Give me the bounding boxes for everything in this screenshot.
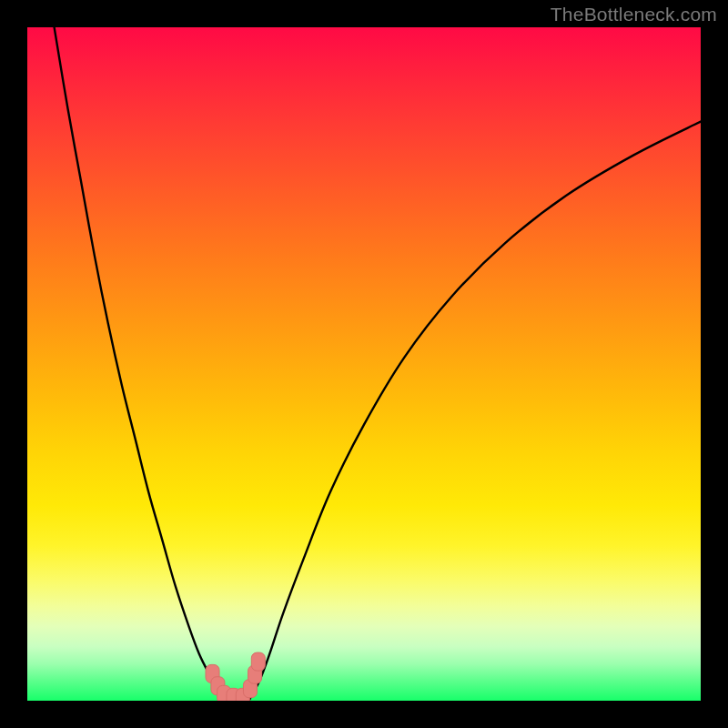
curve-right-branch: [249, 122, 701, 700]
watermark-text: TheBottleneck.com: [551, 4, 717, 25]
outer-frame: TheBottleneck.com: [0, 0, 728, 728]
valley-marker-7: [251, 652, 265, 671]
curve-left-branch: [55, 27, 227, 700]
plot-area: [27, 27, 701, 701]
bottleneck-curve: [27, 27, 701, 701]
